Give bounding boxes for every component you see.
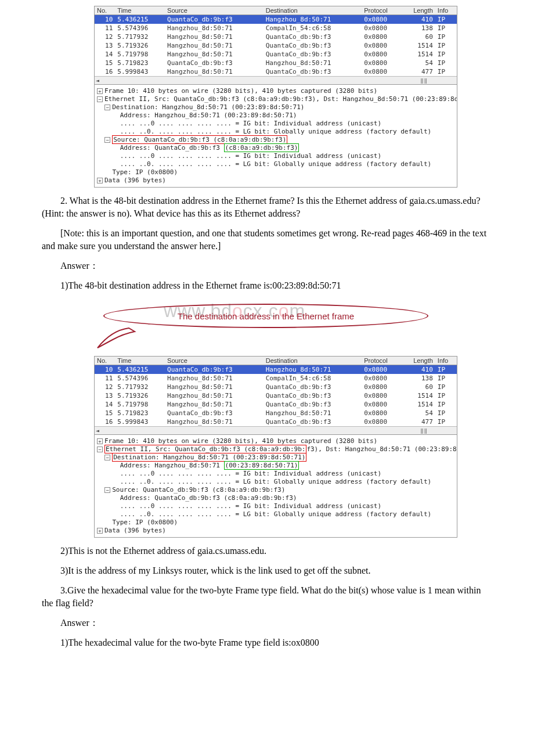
col-protocol[interactable]: Protocol xyxy=(362,6,401,15)
cell: 15 xyxy=(95,59,115,67)
table-row[interactable]: 165.999843Hangzhou_8d:50:71QuantaCo_db:9… xyxy=(95,417,457,426)
expand-icon[interactable]: + xyxy=(97,88,103,94)
col-time[interactable]: Time xyxy=(115,357,165,365)
col-no[interactable]: No. xyxy=(95,357,115,365)
src-addr-line: Address: QuantaCo_db:9b:f3 (c8:0a:a9:db:… xyxy=(120,494,297,502)
cell: 0x0800 xyxy=(362,400,401,409)
cell: QuantaCo_db:9b:f3 xyxy=(264,41,362,50)
data-line[interactable]: Data (396 bytes) xyxy=(104,527,166,534)
cell: QuantaCo_db:9b:f3 xyxy=(264,67,362,76)
dst-line[interactable]: Destination: Hangzhou_8d:50:71 (00:23:89… xyxy=(112,103,304,111)
wireshark-capture-2: No. Time Source Destination Protocol Len… xyxy=(94,356,457,538)
col-length[interactable]: Length xyxy=(401,6,435,15)
expand-icon[interactable]: + xyxy=(97,178,103,183)
col-source[interactable]: Source xyxy=(165,357,264,365)
col-time[interactable]: Time xyxy=(115,6,165,15)
cell: 5.999843 xyxy=(115,417,165,426)
cell: QuantaCo_db:9b:f3 xyxy=(165,59,264,67)
collapse-icon[interactable]: − xyxy=(97,96,103,102)
table-row[interactable]: 125.717932Hangzhou_8d:50:71QuantaCo_db:9… xyxy=(95,33,457,41)
ig-bit-line: .... ...0 .... .... .... .... = IG bit: … xyxy=(120,152,381,160)
ig-bit-line: .... ...0 .... .... .... .... = IG bit: … xyxy=(120,502,381,510)
collapse-icon[interactable]: − xyxy=(104,455,110,460)
frame-line[interactable]: Frame 10: 410 bytes on wire (3280 bits),… xyxy=(104,437,377,445)
cell: 138 xyxy=(401,24,435,33)
frame-line[interactable]: Frame 10: 410 bytes on wire (3280 bits),… xyxy=(104,87,377,95)
collapse-icon[interactable]: − xyxy=(97,447,103,452)
cell: 5.717932 xyxy=(115,33,165,41)
table-row[interactable]: 155.719823QuantaCo_db:9b:f3Hangzhou_8d:5… xyxy=(95,59,457,67)
cell: 0x0800 xyxy=(362,67,401,76)
table-row[interactable]: 135.719326Hangzhou_8d:50:71QuantaCo_db:9… xyxy=(95,41,457,50)
cell: 5.719326 xyxy=(115,391,165,400)
collapse-icon[interactable]: − xyxy=(104,137,110,143)
src-addr-line: Address: QuantaCo_db:9b:f3 (c8:0a:a9:db:… xyxy=(120,143,300,152)
cell: 0x0800 xyxy=(362,59,401,67)
cell: QuantaCo_db:9b:f3 xyxy=(165,15,264,24)
cell: IP xyxy=(435,33,457,41)
eth-line-highlight[interactable]: Ethernet II, Src: QuantaCo_db:9b:f3 (c8:… xyxy=(104,445,306,453)
cell: 5.719823 xyxy=(115,409,165,417)
table-row[interactable]: 115.574396Hangzhou_8d:50:71CompalIn_54:c… xyxy=(95,374,457,383)
dst-mac-highlight: (00:23:89:8d:50:71) xyxy=(224,461,300,470)
cell: Hangzhou_8d:50:71 xyxy=(264,409,362,417)
cell: 10 xyxy=(95,365,115,375)
scroll-thumb-icon[interactable]: ‖‖ xyxy=(420,78,428,84)
src-line[interactable]: Source: QuantaCo_db:9b:f3 (c8:0a:a9:db:9… xyxy=(112,486,285,494)
data-line[interactable]: Data (396 bytes) xyxy=(104,177,166,184)
packet-detail-tree: +Frame 10: 410 bytes on wire (3280 bits)… xyxy=(95,84,457,187)
dst-line-highlight[interactable]: Destination: Hangzhou_8d:50:71 (00:23:89… xyxy=(112,453,306,462)
expand-icon[interactable]: + xyxy=(97,528,103,534)
cell: 1514 xyxy=(401,50,435,59)
type-line: Type: IP (0x0800) xyxy=(113,168,178,176)
table-row[interactable]: 145.719798Hangzhou_8d:50:71QuantaCo_db:9… xyxy=(95,50,457,59)
cell: 5.999843 xyxy=(115,67,165,76)
table-row[interactable]: 115.574396Hangzhou_8d:50:71CompalIn_54:c… xyxy=(95,24,457,33)
col-destination[interactable]: Destination xyxy=(264,6,362,15)
lg-bit-line: .... ..0. .... .... .... .... = LG bit: … xyxy=(120,160,431,168)
table-row[interactable]: 125.717932Hangzhou_8d:50:71QuantaCo_db:9… xyxy=(95,383,457,391)
col-info[interactable]: Info xyxy=(435,357,457,365)
table-row[interactable]: 145.719798Hangzhou_8d:50:71QuantaCo_db:9… xyxy=(95,400,457,409)
cell: 11 xyxy=(95,24,115,33)
lg-bit-line: .... ..0. .... .... .... .... = LG bit: … xyxy=(120,478,431,485)
cell: 0x0800 xyxy=(362,391,401,400)
scroll-left-icon[interactable]: ◄ xyxy=(96,77,99,84)
scroll-thumb-icon[interactable]: ‖‖ xyxy=(420,428,428,434)
col-protocol[interactable]: Protocol xyxy=(362,357,401,365)
cell: 5.574396 xyxy=(115,24,165,33)
h-scrollbar[interactable]: ◄ ‖‖ xyxy=(95,76,457,84)
cell: Hangzhou_8d:50:71 xyxy=(165,417,264,426)
table-row[interactable]: 135.719326Hangzhou_8d:50:71QuantaCo_db:9… xyxy=(95,391,457,400)
table-row[interactable]: 105.436215QuantaCo_db:9b:f3Hangzhou_8d:5… xyxy=(95,15,457,24)
scroll-left-icon[interactable]: ◄ xyxy=(96,427,99,434)
table-row[interactable]: 155.719823QuantaCo_db:9b:f3Hangzhou_8d:5… xyxy=(95,409,457,417)
eth-line[interactable]: Ethernet II, Src: QuantaCo_db:9b:f3 (c8:… xyxy=(104,95,457,103)
cell: 14 xyxy=(95,400,115,409)
cell: Hangzhou_8d:50:71 xyxy=(165,383,264,391)
collapse-icon[interactable]: − xyxy=(104,487,110,493)
col-no[interactable]: No. xyxy=(95,6,115,15)
cell: 60 xyxy=(401,33,435,41)
col-length[interactable]: Length xyxy=(401,357,435,365)
expand-icon[interactable]: + xyxy=(97,438,103,444)
table-row[interactable]: 165.999843Hangzhou_8d:50:71QuantaCo_db:9… xyxy=(95,67,457,76)
cell: Hangzhou_8d:50:71 xyxy=(264,59,362,67)
h-scrollbar[interactable]: ◄ ‖‖ xyxy=(95,426,457,434)
collapse-icon[interactable]: − xyxy=(104,105,110,110)
cell: IP xyxy=(435,41,457,50)
table-row[interactable]: 105.436215QuantaCo_db:9b:f3Hangzhou_8d:5… xyxy=(95,365,457,375)
cell: Hangzhou_8d:50:71 xyxy=(165,67,264,76)
cell: 5.719798 xyxy=(115,400,165,409)
type-line: Type: IP (0x0800) xyxy=(113,519,178,526)
cell: IP xyxy=(435,24,457,33)
wireshark-capture-1: No. Time Source Destination Protocol Len… xyxy=(94,6,457,188)
callout-tail-icon xyxy=(94,323,140,352)
col-info[interactable]: Info xyxy=(435,6,457,15)
src-line-highlight[interactable]: Source: QuantaCo_db:9b:f3 (c8:0a:a9:db:9… xyxy=(112,135,287,144)
cell: Hangzhou_8d:50:71 xyxy=(165,400,264,409)
cell: 16 xyxy=(95,67,115,76)
col-source[interactable]: Source xyxy=(165,6,264,15)
cell: 0x0800 xyxy=(362,409,401,417)
col-destination[interactable]: Destination xyxy=(264,357,362,365)
